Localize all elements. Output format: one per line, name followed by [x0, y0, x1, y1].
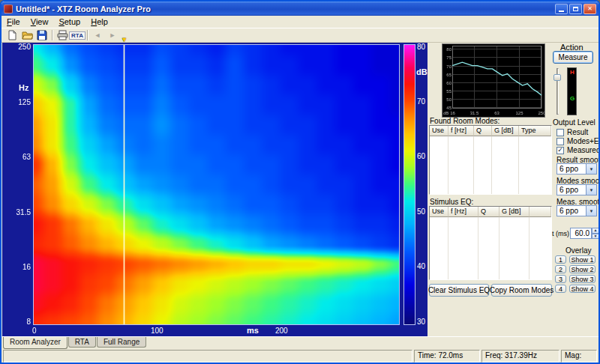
next-button[interactable]: ►	[105, 29, 120, 42]
found-modes-body	[430, 136, 551, 194]
found-modes-title: Found Room Modes:	[430, 117, 500, 125]
table-column	[448, 217, 478, 279]
found-modes-table: Use f [Hz] Q G [dB] Type	[429, 125, 552, 195]
spin-up-icon[interactable]: ▲	[592, 228, 599, 234]
stimulus-eq-table: Use f [Hz] Q G [dB]	[429, 206, 552, 280]
menu-item-file[interactable]: File	[2, 16, 26, 27]
save-floppy-icon	[37, 30, 47, 40]
overlay-3-button[interactable]: 3	[555, 275, 566, 283]
toolbar-separator	[87, 30, 88, 40]
modes-smooth-value: 6 ppo	[557, 186, 586, 194]
time-cursor-marker[interactable]: ▼	[121, 36, 128, 43]
open-file-button[interactable]	[20, 29, 34, 42]
db-tick: 50	[417, 207, 425, 216]
result-checkbox-label: Result	[567, 128, 588, 136]
maximize-icon	[573, 7, 578, 11]
output-level-slider[interactable]	[553, 68, 562, 115]
overlay-section-label: Overlay	[566, 246, 591, 255]
menu-item-view[interactable]: View	[26, 16, 54, 27]
result-checkbox[interactable]	[556, 129, 564, 136]
response-plot-frame	[442, 43, 545, 118]
status-mag: Mag:	[561, 350, 597, 363]
main-area: 250 125 63 31.5 16 8 Hz 0 100 200 ms 80 …	[2, 43, 598, 336]
t-ms-input[interactable]: 60.0	[570, 228, 592, 239]
output-level-meter: H G	[567, 67, 577, 115]
chevron-down-icon: ▼	[586, 206, 596, 216]
arrow-right-icon: ►	[110, 31, 116, 39]
meas-smooth-dropdown[interactable]: 6 ppo ▼	[556, 205, 597, 216]
hz-axis-label: Hz	[19, 83, 28, 92]
column-header-type[interactable]: Type	[519, 126, 551, 136]
spin-down-icon[interactable]: ▼	[592, 234, 599, 240]
print-button[interactable]	[55, 29, 70, 42]
close-button[interactable]: ✕	[584, 4, 596, 14]
stimulus-eq-header: Use f [Hz] Q G [dB]	[430, 207, 551, 217]
meas-smooth-value: 6 ppo	[557, 207, 586, 215]
time-tick: 0	[32, 327, 37, 335]
modes-smooth-dropdown[interactable]: 6 ppo ▼	[556, 184, 597, 195]
column-header-fhz[interactable]: f [Hz]	[448, 207, 478, 217]
stimulus-eq-body	[430, 217, 551, 279]
measured-checkbox-label: Measured	[567, 146, 600, 154]
overlay-4-button[interactable]: 4	[555, 285, 566, 293]
minimize-button[interactable]	[555, 4, 568, 14]
tab-rta[interactable]: RTA	[68, 337, 96, 348]
freq-tick: 250	[7, 43, 31, 51]
title-bar: Untitled* - XTZ Room Analyzer Pro ✕	[2, 1, 598, 16]
new-file-icon	[7, 30, 17, 40]
column-header-fhz[interactable]: f [Hz]	[448, 126, 474, 136]
table-column	[430, 136, 448, 194]
app-icon	[4, 4, 13, 13]
slider-thumb[interactable]	[554, 74, 561, 81]
show-4-button[interactable]: Show 4	[569, 285, 596, 293]
show-3-button[interactable]: Show 3	[569, 275, 596, 283]
show-2-button[interactable]: Show 2	[569, 265, 596, 273]
colorbar-frame	[404, 44, 416, 325]
column-header-use[interactable]: Use	[430, 207, 448, 217]
close-icon: ✕	[587, 6, 592, 12]
save-button[interactable]	[34, 29, 50, 42]
spectrogram-canvas[interactable]	[34, 45, 399, 324]
clear-stimulus-eq-button[interactable]: Clear Stimulus EQ	[429, 284, 489, 297]
column-header-q[interactable]: Q	[474, 126, 492, 136]
view-tabs: Room Analyzer RTA Full Range	[2, 336, 598, 349]
response-plot-canvas	[442, 44, 544, 117]
freq-tick: 31.5	[7, 208, 31, 216]
spectrogram-panel: 250 125 63 31.5 16 8 Hz 0 100 200 ms 80 …	[2, 43, 428, 336]
menu-item-help[interactable]: Help	[86, 16, 113, 27]
tab-room-analyzer[interactable]: Room Analyzer	[3, 337, 68, 349]
freq-tick: 8	[7, 318, 31, 326]
db-tick: 60	[417, 152, 425, 160]
ms-axis-label: ms	[247, 326, 259, 335]
column-header-gdb[interactable]: G [dB]	[500, 207, 530, 217]
freq-tick: 125	[7, 98, 31, 106]
table-column	[474, 136, 492, 194]
measure-button[interactable]: Measure	[553, 51, 593, 64]
copy-room-modes-button[interactable]: Copy Room Modes	[491, 284, 552, 297]
stimulus-eq-title: Stimulus EQ:	[430, 198, 473, 206]
column-header-q[interactable]: Q	[478, 207, 500, 217]
maximize-button[interactable]	[569, 4, 582, 14]
column-header-use[interactable]: Use	[430, 126, 448, 136]
show-1-button[interactable]: Show 1	[569, 255, 596, 264]
measured-checkbox[interactable]	[556, 147, 564, 154]
overlay-1-button[interactable]: 1	[555, 255, 566, 264]
menu-item-setup[interactable]: Setup	[53, 16, 86, 27]
column-header-gdb[interactable]: G [dB]	[492, 126, 519, 136]
table-column	[478, 217, 500, 279]
tab-full-range[interactable]: Full Range	[97, 337, 146, 348]
meter-high-label: H	[570, 69, 574, 76]
overlay-2-button[interactable]: 2	[555, 265, 566, 273]
found-modes-header: Use f [Hz] Q G [dB] Type	[430, 126, 551, 136]
result-smooth-value: 6 ppo	[557, 165, 586, 173]
new-file-button[interactable]	[4, 29, 20, 42]
column-header-blank	[530, 207, 551, 217]
result-smooth-dropdown[interactable]: 6 ppo ▼	[556, 163, 597, 175]
toolbar: RTA ◄ ►	[2, 28, 598, 43]
previous-button[interactable]: ◄	[90, 29, 105, 42]
print-rta-button[interactable]: RTA	[70, 29, 85, 42]
modes-eq-checkbox-label: Modes+EQ	[567, 137, 600, 145]
t-ms-label: t (ms)	[552, 230, 569, 237]
modes-eq-checkbox[interactable]	[556, 138, 564, 145]
db-tick: 80	[417, 43, 425, 51]
